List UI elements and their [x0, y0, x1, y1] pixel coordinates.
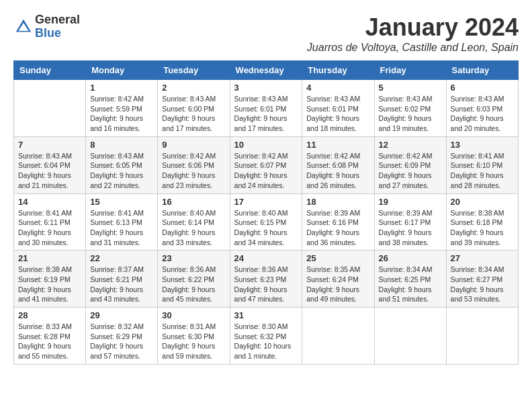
calendar-cell: 5Sunrise: 8:43 AM Sunset: 6:02 PM Daylig…: [374, 80, 446, 137]
day-number: 14: [18, 197, 81, 207]
day-info: Sunrise: 8:43 AM Sunset: 6:01 PM Dayligh…: [234, 94, 298, 134]
title-block: January 2024 Juarros de Voltoya, Castill…: [307, 13, 519, 54]
calendar-cell: 31Sunrise: 8:30 AM Sunset: 6:32 PM Dayli…: [230, 308, 302, 365]
day-info: Sunrise: 8:40 AM Sunset: 6:14 PM Dayligh…: [162, 208, 225, 248]
day-number: 28: [18, 310, 81, 320]
day-number: 26: [379, 253, 442, 263]
weekday-header-tuesday: Tuesday: [158, 61, 230, 80]
calendar-cell: 17Sunrise: 8:40 AM Sunset: 6:15 PM Dayli…: [230, 193, 302, 250]
day-info: Sunrise: 8:42 AM Sunset: 6:06 PM Dayligh…: [162, 151, 225, 191]
weekday-header-monday: Monday: [86, 61, 158, 80]
day-number: 10: [234, 140, 298, 150]
calendar-cell: 16Sunrise: 8:40 AM Sunset: 6:14 PM Dayli…: [158, 193, 230, 250]
calendar-cell: 26Sunrise: 8:34 AM Sunset: 6:25 PM Dayli…: [374, 250, 446, 308]
day-number: 12: [379, 140, 442, 150]
calendar-cell: 6Sunrise: 8:43 AM Sunset: 6:03 PM Daylig…: [446, 80, 518, 137]
day-number: 9: [162, 140, 225, 150]
day-number: 16: [162, 197, 225, 207]
day-number: 19: [379, 197, 442, 207]
weekday-header-saturday: Saturday: [446, 61, 518, 80]
day-info: Sunrise: 8:36 AM Sunset: 6:23 PM Dayligh…: [234, 265, 298, 304]
calendar-cell: 19Sunrise: 8:39 AM Sunset: 6:17 PM Dayli…: [374, 193, 446, 250]
logo-icon: [13, 17, 34, 37]
day-info: Sunrise: 8:40 AM Sunset: 6:15 PM Dayligh…: [234, 208, 298, 248]
day-number: 7: [18, 140, 81, 150]
day-number: 30: [162, 310, 225, 320]
calendar-week-row: 14Sunrise: 8:41 AM Sunset: 6:11 PM Dayli…: [14, 193, 519, 250]
day-number: 24: [234, 253, 298, 263]
calendar-cell: 4Sunrise: 8:43 AM Sunset: 6:01 PM Daylig…: [302, 80, 374, 137]
calendar-cell: 7Sunrise: 8:43 AM Sunset: 6:04 PM Daylig…: [14, 136, 86, 193]
calendar-cell: 23Sunrise: 8:36 AM Sunset: 6:22 PM Dayli…: [158, 250, 230, 308]
day-info: Sunrise: 8:42 AM Sunset: 6:09 PM Dayligh…: [379, 151, 442, 191]
calendar-week-row: 21Sunrise: 8:38 AM Sunset: 6:19 PM Dayli…: [14, 250, 519, 308]
calendar-cell: 21Sunrise: 8:38 AM Sunset: 6:19 PM Dayli…: [14, 250, 86, 308]
month-title: January 2024: [307, 13, 519, 42]
day-number: 21: [18, 253, 81, 263]
calendar-cell: 30Sunrise: 8:31 AM Sunset: 6:30 PM Dayli…: [158, 308, 230, 365]
calendar-cell: 13Sunrise: 8:41 AM Sunset: 6:10 PM Dayli…: [446, 136, 518, 193]
day-number: 11: [306, 140, 369, 150]
day-info: Sunrise: 8:31 AM Sunset: 6:30 PM Dayligh…: [162, 322, 225, 361]
day-number: 8: [90, 140, 153, 150]
calendar-cell: 8Sunrise: 8:43 AM Sunset: 6:05 PM Daylig…: [86, 136, 158, 193]
day-info: Sunrise: 8:41 AM Sunset: 6:13 PM Dayligh…: [90, 208, 153, 248]
day-info: Sunrise: 8:37 AM Sunset: 6:21 PM Dayligh…: [90, 265, 153, 304]
calendar-cell: 28Sunrise: 8:33 AM Sunset: 6:28 PM Dayli…: [14, 308, 86, 365]
day-info: Sunrise: 8:43 AM Sunset: 6:02 PM Dayligh…: [379, 94, 442, 134]
day-info: Sunrise: 8:33 AM Sunset: 6:28 PM Dayligh…: [18, 322, 81, 361]
calendar-cell: [374, 308, 446, 365]
logo-general-text: General: [35, 13, 80, 27]
day-number: 23: [162, 253, 225, 263]
page-header: General Blue January 2024 Juarros de Vol…: [13, 13, 519, 54]
day-info: Sunrise: 8:38 AM Sunset: 6:19 PM Dayligh…: [18, 265, 81, 304]
calendar-cell: 12Sunrise: 8:42 AM Sunset: 6:09 PM Dayli…: [374, 136, 446, 193]
day-info: Sunrise: 8:32 AM Sunset: 6:29 PM Dayligh…: [90, 322, 153, 361]
calendar-cell: 18Sunrise: 8:39 AM Sunset: 6:16 PM Dayli…: [302, 193, 374, 250]
day-number: 4: [306, 83, 369, 93]
logo-text: General Blue: [35, 13, 80, 40]
calendar-week-row: 1Sunrise: 8:42 AM Sunset: 5:59 PM Daylig…: [14, 80, 519, 137]
weekday-header-friday: Friday: [374, 61, 446, 80]
day-info: Sunrise: 8:39 AM Sunset: 6:17 PM Dayligh…: [379, 208, 442, 248]
location-title: Juarros de Voltoya, Castille and Leon, S…: [307, 42, 519, 54]
day-number: 17: [234, 197, 298, 207]
calendar-cell: 15Sunrise: 8:41 AM Sunset: 6:13 PM Dayli…: [86, 193, 158, 250]
calendar-cell: 20Sunrise: 8:38 AM Sunset: 6:18 PM Dayli…: [446, 193, 518, 250]
calendar-cell: [14, 80, 86, 137]
day-info: Sunrise: 8:41 AM Sunset: 6:10 PM Dayligh…: [451, 151, 514, 191]
day-info: Sunrise: 8:42 AM Sunset: 5:59 PM Dayligh…: [90, 94, 153, 134]
calendar-cell: 10Sunrise: 8:42 AM Sunset: 6:07 PM Dayli…: [230, 136, 302, 193]
day-info: Sunrise: 8:38 AM Sunset: 6:18 PM Dayligh…: [451, 208, 514, 248]
day-info: Sunrise: 8:34 AM Sunset: 6:25 PM Dayligh…: [379, 265, 442, 304]
day-info: Sunrise: 8:34 AM Sunset: 6:27 PM Dayligh…: [451, 265, 514, 304]
weekday-header-sunday: Sunday: [14, 61, 86, 80]
calendar-cell: 2Sunrise: 8:43 AM Sunset: 6:00 PM Daylig…: [158, 80, 230, 137]
day-number: 29: [90, 310, 153, 320]
day-info: Sunrise: 8:42 AM Sunset: 6:07 PM Dayligh…: [234, 151, 298, 191]
weekday-header-row: SundayMondayTuesdayWednesdayThursdayFrid…: [14, 61, 519, 80]
day-number: 1: [90, 83, 153, 93]
day-info: Sunrise: 8:42 AM Sunset: 6:08 PM Dayligh…: [306, 151, 369, 191]
logo-blue-text: Blue: [35, 27, 80, 40]
calendar-cell: 25Sunrise: 8:35 AM Sunset: 6:24 PM Dayli…: [302, 250, 374, 308]
day-info: Sunrise: 8:43 AM Sunset: 6:01 PM Dayligh…: [306, 94, 369, 134]
calendar-cell: 27Sunrise: 8:34 AM Sunset: 6:27 PM Dayli…: [446, 250, 518, 308]
day-info: Sunrise: 8:36 AM Sunset: 6:22 PM Dayligh…: [162, 265, 225, 304]
day-number: 3: [234, 83, 298, 93]
day-number: 20: [451, 197, 514, 207]
day-number: 25: [306, 253, 369, 263]
day-number: 27: [451, 253, 514, 263]
day-info: Sunrise: 8:39 AM Sunset: 6:16 PM Dayligh…: [306, 208, 369, 248]
calendar-cell: 3Sunrise: 8:43 AM Sunset: 6:01 PM Daylig…: [230, 80, 302, 137]
day-info: Sunrise: 8:35 AM Sunset: 6:24 PM Dayligh…: [306, 265, 369, 304]
calendar-week-row: 7Sunrise: 8:43 AM Sunset: 6:04 PM Daylig…: [14, 136, 519, 193]
calendar-cell: 24Sunrise: 8:36 AM Sunset: 6:23 PM Dayli…: [230, 250, 302, 308]
day-info: Sunrise: 8:41 AM Sunset: 6:11 PM Dayligh…: [18, 208, 81, 248]
calendar-cell: 9Sunrise: 8:42 AM Sunset: 6:06 PM Daylig…: [158, 136, 230, 193]
day-number: 6: [451, 83, 514, 93]
day-number: 15: [90, 197, 153, 207]
day-number: 22: [90, 253, 153, 263]
calendar-cell: [302, 308, 374, 365]
day-info: Sunrise: 8:43 AM Sunset: 6:05 PM Dayligh…: [90, 151, 153, 191]
